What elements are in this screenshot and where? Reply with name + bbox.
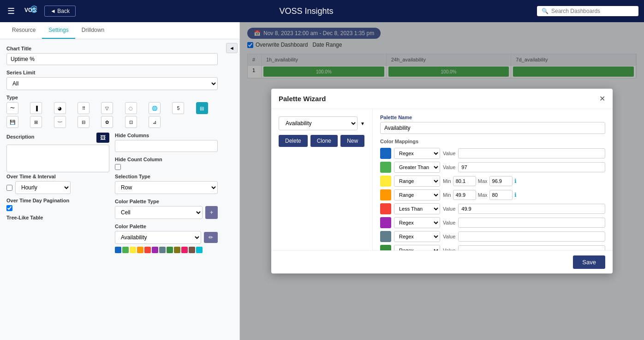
mapping-value-7[interactable] (458, 245, 605, 250)
hamburger-menu[interactable]: ☰ (6, 4, 17, 18)
type-number[interactable]: 5 (172, 102, 184, 114)
swatch-green (122, 247, 129, 253)
hide-columns-input[interactable] (115, 140, 218, 152)
type-filter[interactable]: ▽ (101, 102, 113, 114)
over-time-label: Over Time & Interval (6, 174, 109, 179)
mapping-type-1[interactable]: Greater Than (394, 162, 440, 173)
mapping-row-1: Greater Than Value (380, 162, 605, 173)
description-label: Description (6, 134, 35, 140)
search-bar: 🔍 (537, 6, 638, 16)
type-line[interactable]: 〜 (6, 102, 18, 114)
mapping-row-2: Range Min Max ℹ (380, 176, 605, 187)
mapping-value-0[interactable] (458, 148, 605, 158)
interval-select[interactable]: Hourly (15, 181, 71, 194)
modal-header: Palette Wizard ✕ (271, 89, 613, 109)
pagination-checkbox[interactable] (6, 205, 12, 211)
palette-name-label: Palette Name (380, 115, 605, 120)
delete-palette-btn[interactable]: Delete (279, 135, 308, 147)
type-gauge[interactable]: ◌ (125, 102, 137, 114)
mapping-type-0[interactable]: Regex (394, 148, 440, 159)
color-palette-type-select[interactable]: Cell (115, 206, 203, 219)
clone-palette-btn[interactable]: Clone (310, 135, 338, 147)
swatch-cyan (196, 247, 203, 253)
type-bar[interactable]: ▐ (30, 102, 42, 114)
type-cog[interactable]: ✿ (101, 116, 113, 128)
swatch-gray (159, 247, 166, 253)
type-trend[interactable]: 〰 (54, 116, 66, 128)
type-icons-grid: 〜 ▐ ◕ ⠿ ▽ ◌ 🌐 5 ▤ 💾 ⊞ 〰 ⊟ ✿ ⊡ ⊿ (6, 102, 218, 128)
top-navigation: ☰ VOSS ◄ Back VOSS Insights 🔍 (0, 0, 644, 22)
selection-type-select[interactable]: Row (115, 181, 218, 194)
mapping-type-2[interactable]: Range (394, 176, 440, 187)
type-globe[interactable]: 🌐 (149, 102, 161, 114)
mapping-field-4: Value (443, 206, 455, 212)
mapping-value-1[interactable] (458, 162, 605, 172)
type-scatter[interactable]: ⠿ (78, 102, 89, 114)
save-button[interactable]: Save (573, 255, 605, 269)
mapping-field-5: Value (443, 220, 455, 225)
color-mappings-label: Color Mappings (380, 139, 605, 144)
swatch-6 (380, 231, 391, 242)
type-tree[interactable]: ⊞ (30, 116, 42, 128)
mapping-type-3[interactable]: Range (394, 189, 440, 200)
type-save[interactable]: 💾 (6, 116, 18, 128)
mapping-value-6[interactable] (458, 231, 605, 242)
mapping-value-4[interactable] (458, 204, 605, 214)
type-chart2[interactable]: ⊿ (149, 116, 161, 128)
swatch-1 (380, 162, 391, 173)
mapping-row-7: Regex Value (380, 245, 605, 250)
mapping-max-2[interactable] (489, 176, 513, 186)
mapping-type-5[interactable]: Regex (394, 217, 440, 228)
description-textarea[interactable] (6, 145, 109, 172)
tab-resource[interactable]: Resource (6, 22, 42, 39)
info-icon-2[interactable]: ℹ (514, 178, 517, 184)
type-grid[interactable]: ⊟ (78, 116, 89, 128)
collapse-panel-btn[interactable]: ◄ (226, 43, 238, 53)
series-limit-select[interactable]: All (6, 77, 218, 90)
add-palette-type-btn[interactable]: + (205, 206, 218, 219)
mapping-type-4[interactable]: Less Than (394, 203, 440, 214)
swatch-0 (380, 148, 391, 159)
modal-body: Availability ▼ Delete Clone New Palette … (271, 109, 613, 250)
hide-columns-label: Hide Columns (115, 133, 218, 138)
mapping-type-6[interactable]: Regex (394, 231, 440, 242)
edit-palette-btn[interactable]: ✏ (204, 232, 218, 243)
tab-drilldown[interactable]: Drilldown (75, 22, 111, 39)
mapping-min-3[interactable] (453, 190, 476, 200)
hide-count-label: Hide Count Column (115, 157, 218, 162)
color-palette-select[interactable]: Availability (115, 231, 201, 244)
back-button[interactable]: ◄ Back (44, 6, 76, 17)
modal-close-btn[interactable]: ✕ (599, 94, 605, 103)
type-table[interactable]: ▤ (196, 102, 208, 114)
mapping-min-2[interactable] (453, 176, 476, 186)
type-alt-table[interactable]: ⊡ (125, 116, 137, 128)
selection-type-label: Selection Type (115, 174, 218, 179)
info-icon-3[interactable]: ℹ (514, 192, 517, 198)
color-swatches (115, 247, 218, 253)
chart-title-input[interactable] (6, 53, 218, 65)
tab-settings[interactable]: Settings (42, 22, 75, 39)
search-input[interactable] (551, 8, 634, 14)
mapping-max-3[interactable] (489, 190, 513, 200)
over-time-checkbox[interactable] (6, 185, 12, 191)
swatch-red (144, 247, 151, 253)
mapping-value-5[interactable] (458, 218, 605, 228)
swatch-4 (380, 203, 391, 214)
type-pie[interactable]: ◕ (54, 102, 66, 114)
series-limit-label: Series Limit (6, 70, 218, 75)
palette-dropdown[interactable]: Availability (279, 116, 358, 130)
hide-count-checkbox[interactable] (115, 164, 121, 170)
swatch-pink (181, 247, 188, 253)
mapping-type-7[interactable]: Regex (394, 245, 440, 250)
mapping-row-0: Regex Value (380, 148, 605, 159)
mapping-field-0: Value (443, 151, 455, 156)
description-icon-btn[interactable]: 🖼 (96, 133, 109, 143)
modal-left: Availability ▼ Delete Clone New (271, 109, 373, 250)
swatch-7 (380, 245, 391, 250)
swatch-orange (137, 247, 143, 253)
palette-name-input[interactable] (380, 122, 605, 134)
mapping-minmax-2: Min Max ℹ (443, 176, 605, 186)
new-palette-btn[interactable]: New (340, 135, 364, 147)
page-title: VOSS Insights (83, 6, 530, 16)
svg-point-3 (33, 8, 35, 10)
